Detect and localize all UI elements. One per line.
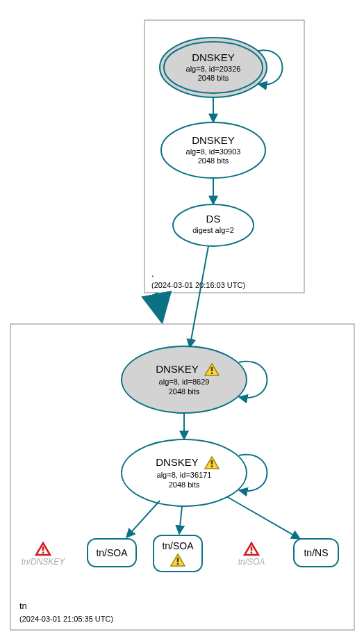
- edge-tn-zsk-to-ns: [226, 496, 300, 539]
- zone-tn-timestamp: (2024-03-01 21:05:35 UTC): [19, 615, 113, 623]
- node-root-ksk-line2: alg=8, id=20326: [186, 65, 241, 73]
- node-tn-zsk-line2: alg=8, id=36171: [157, 471, 212, 479]
- node-tn-soa-1: tn/SOA: [88, 539, 136, 567]
- node-root-ksk: DNSKEY alg=8, id=20326 2048 bits: [160, 38, 267, 97]
- dnssec-diagram: . (2024-03-01 20:16:03 UTC) DNSKEY alg=8…: [0, 0, 364, 639]
- node-tn-ksk-line2: alg=8, id=8629: [159, 378, 210, 386]
- edge-zone-root-to-tn: [156, 293, 162, 321]
- edge-tn-zsk-to-soa1: [126, 501, 160, 537]
- node-tn-zsk-title: DNSKEY: [156, 456, 199, 468]
- node-tn-ksk: DNSKEY alg=8, id=8629 2048 bits: [122, 346, 247, 413]
- warning-icon: [36, 543, 50, 555]
- node-root-ksk-line3: 2048 bits: [198, 74, 229, 82]
- node-root-ds-line2: digest alg=2: [192, 226, 234, 234]
- node-root-zsk-title: DNSKEY: [192, 134, 235, 146]
- node-tn-soa-1-title: tn/SOA: [96, 547, 128, 558]
- warning-tn-soa: tn/SOA: [238, 543, 265, 567]
- node-root-zsk-line2: alg=8, id=30903: [186, 147, 241, 156]
- node-tn-ns: tn/NS: [294, 539, 338, 567]
- zone-tn-label: tn: [19, 601, 27, 611]
- node-tn-zsk: DNSKEY alg=8, id=36171 2048 bits: [122, 439, 247, 506]
- edge-ds-to-tn-ksk: [190, 246, 208, 348]
- svg-point-7: [173, 204, 254, 246]
- warning-tn-dnskey-label: tn/DNSKEY: [22, 557, 66, 567]
- node-tn-soa-2-title: tn/SOA: [162, 540, 194, 551]
- node-tn-ns-title: tn/NS: [304, 547, 328, 558]
- node-root-zsk-line3: 2048 bits: [198, 156, 229, 165]
- node-root-ds: DS digest alg=2: [173, 204, 254, 246]
- node-tn-ksk-title: DNSKEY: [156, 363, 199, 375]
- node-root-ksk-title: DNSKEY: [192, 51, 235, 63]
- warning-tn-soa-label: tn/SOA: [238, 557, 265, 567]
- warning-tn-dnskey: tn/DNSKEY: [22, 543, 66, 567]
- node-root-ds-title: DS: [206, 213, 221, 225]
- node-root-zsk: DNSKEY alg=8, id=30903 2048 bits: [161, 122, 265, 178]
- edge-tn-zsk-to-soa2: [179, 506, 182, 534]
- zone-root-timestamp: (2024-03-01 20:16:03 UTC): [151, 281, 245, 289]
- zone-root-label: .: [151, 268, 154, 279]
- node-tn-ksk-line3: 2048 bits: [169, 387, 200, 396]
- node-tn-soa-2: tn/SOA: [154, 535, 202, 572]
- node-tn-zsk-line3: 2048 bits: [169, 480, 200, 489]
- warning-icon: [245, 543, 258, 555]
